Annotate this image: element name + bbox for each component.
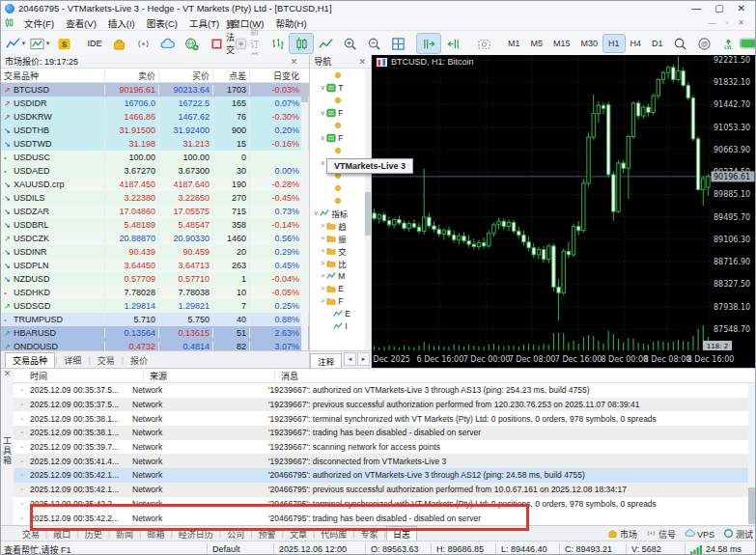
market-watch-row-USDILS[interactable]: ↘USDILS3.223803.22650270-0.45%	[1, 191, 309, 205]
market-watch-scrollbar[interactable]	[301, 82, 308, 350]
child-restore-button[interactable]: ▫	[725, 18, 728, 27]
market-watch-row-USDBRL[interactable]: ↘USDBRL5.481895.48547358-0.14%	[1, 218, 309, 232]
new-order-button[interactable]: 新订单	[235, 34, 258, 53]
market-watch-col-spread[interactable]: 点差	[213, 69, 250, 82]
market-button[interactable]	[107, 34, 130, 53]
market-watch-row-USDSGD[interactable]: ↗USDSGD1.298141.2982170.25%	[1, 299, 309, 313]
tree-expander-icon[interactable]: >	[319, 222, 326, 229]
navigator-item-E[interactable]: >E	[310, 282, 371, 294]
symbol-search-button[interactable]	[669, 34, 692, 53]
web-terminal-button[interactable]	[180, 34, 203, 53]
chart-window[interactable]: BTCUSD, H1: Bitcoin 92221.5091832.109144…	[372, 55, 755, 368]
journal-row[interactable]: ▪2025.12.09 00:35:39.7...Network'1923966…	[14, 440, 755, 455]
market-watch-tab-trading[interactable]: 交易	[91, 353, 122, 368]
status-link-tester[interactable]: 测试	[723, 528, 753, 541]
deposit-button[interactable]: $	[52, 34, 75, 53]
minimize-button[interactable]: —	[691, 3, 701, 14]
tree-expander-icon[interactable]: >	[319, 235, 326, 241]
maximize-button[interactable]: ▢	[714, 3, 723, 14]
menu-item-insert[interactable]: 插入(I)	[102, 16, 141, 30]
market-watch-col-daily-change[interactable]: 日变化	[250, 69, 302, 82]
journal-row[interactable]: ▪2025.12.09 00:35:42.2...Network'2046679…	[14, 497, 755, 512]
navigator-item-account-4[interactable]	[310, 119, 371, 131]
navigator-item-交[interactable]: >交	[310, 244, 371, 257]
toolbox-tab-articles[interactable]: 文章	[284, 527, 313, 541]
menu-item-tools[interactable]: 工具(T)	[183, 16, 225, 30]
candle-chart-mode-button[interactable]	[290, 34, 313, 53]
profiles-button-caret-icon[interactable]: ▾	[46, 40, 50, 47]
chart-shift-button[interactable]	[441, 34, 464, 53]
market-watch-row-USDTHB[interactable]: ↘USDTHB31.9150031.924009000.20%	[1, 124, 309, 137]
navigator-item-F[interactable]: ∨F	[310, 131, 371, 144]
menu-item-view[interactable]: 查看(V)	[60, 16, 102, 30]
toolbox-tab-trade[interactable]: 交易	[16, 527, 45, 541]
market-watch-row-HBARUSD[interactable]: ↗HBARUSD0.135640.13615512.63%	[1, 326, 309, 340]
journal-row[interactable]: ▪2025.12.09 00:35:37.5...Network'1923966…	[14, 383, 755, 398]
toolbox-tab-calendar[interactable]: 经济日历	[173, 527, 219, 541]
toolbox-tab-mailbox[interactable]: 邮箱	[141, 527, 170, 541]
market-watch-row-USDINR[interactable]: ↘USDINR90.43990.459200.29%	[1, 245, 309, 259]
market-watch-row-USDUSC[interactable]: •USDUSC100.00100.000	[1, 151, 309, 164]
metaeditor-ide-button[interactable]: IDE	[83, 34, 106, 53]
toolbox-tab-company[interactable]: 公司	[221, 527, 250, 541]
market-watch-row-USDIDR[interactable]: ↗USDIDR16706.016722.51650.07%	[1, 97, 309, 110]
journal-row[interactable]: ▪2025.12.09 00:35:38.1...Network'1923966…	[14, 426, 755, 440]
navigator-item-M[interactable]: >M	[310, 269, 371, 282]
menu-item-file[interactable]: 文件(F)	[18, 16, 60, 30]
new-chart-button-caret-icon[interactable]: ▾	[22, 40, 26, 47]
menu-item-help[interactable]: 帮助(H)	[269, 16, 312, 30]
market-watch-row-USDPLN[interactable]: ↘USDPLN3.644503.647132630.45%	[1, 259, 309, 272]
navigator-item-account-0[interactable]	[310, 69, 371, 81]
journal-row[interactable]: ▪2025.12.09 00:35:38.1...Network'1923966…	[14, 411, 755, 426]
market-watch-row-XAUUSD.crp[interactable]: ↘XAUUSD.crp4187.4504187.640190-0.28%	[1, 178, 309, 191]
tree-expander-icon[interactable]: ∨	[312, 209, 320, 217]
market-watch-row-USDAED[interactable]: •USDAED3.672703.67300300.00%	[1, 164, 309, 178]
journal-row[interactable]: ▪2025.12.09 00:35:37.5...Network'1923966…	[14, 398, 755, 412]
market-watch-row-BTCUSD[interactable]: ↗BTCUSD90196.6190213.641703-0.03%	[1, 83, 309, 97]
market-watch-row-USDTWD[interactable]: ↘USDTWD31.19831.21315-0.16%	[1, 137, 309, 151]
market-watch-row-USDZAR[interactable]: ↘USDZAR17.0486017.055757150.73%	[1, 205, 309, 218]
market-watch-row-NZDUSD[interactable]: ↘NZDUSD0.577090.577101-0.04%	[1, 272, 309, 286]
tree-expander-icon[interactable]: >	[319, 247, 326, 254]
tile-windows-button[interactable]	[386, 34, 409, 53]
market-watch-col-symbol[interactable]: 交易品种	[1, 69, 105, 82]
market-watch-col-bid[interactable]: 卖价	[105, 69, 159, 82]
status-link-vps[interactable]: VPS	[685, 528, 714, 540]
bar-chart-mode-button[interactable]	[266, 34, 289, 53]
toolbox-tab-experts[interactable]: 专家	[355, 527, 384, 541]
journal-row[interactable]: ▪2025.12.09 00:35:42.1...Network'2046679…	[14, 468, 755, 483]
market-watch-row-USDCZK[interactable]: ↗USDCZK20.8887020.9033014600.56%	[1, 232, 309, 245]
navigator-item-account-2[interactable]	[310, 94, 371, 106]
status-link-signals[interactable]: 信号	[646, 528, 676, 541]
market-watch-tab-ticks[interactable]: 报价	[124, 353, 154, 368]
navigator-item-T[interactable]: ∨T	[310, 81, 371, 94]
menu-item-charts[interactable]: 图表(C)	[141, 16, 183, 30]
market-watch-row-TRUMPUSD[interactable]: •TRUMPUSD5.7105.750400.88%	[1, 313, 309, 326]
navigator-item-比[interactable]: >比	[310, 257, 371, 269]
tree-expander-icon[interactable]: >	[319, 272, 326, 279]
navigator-item-趋[interactable]: >趋	[310, 219, 371, 232]
navigator-item-E[interactable]: E	[310, 307, 371, 319]
nav-tab-scroll-right-icon[interactable]: ▸	[357, 352, 370, 366]
navigator-item-F[interactable]: >F	[310, 294, 371, 307]
nav-tab-scroll-left-icon[interactable]: ◂	[344, 352, 356, 366]
status-link-market[interactable]: 市场	[607, 528, 637, 541]
toolbox-tab-history[interactable]: 历史	[79, 527, 108, 541]
toolbox-tab-codebase[interactable]: 代码库	[315, 527, 352, 541]
algo-trading-button[interactable]: 算法交易	[210, 34, 234, 53]
navigator-item-account-9[interactable]	[310, 181, 371, 194]
navigator-item-account-10[interactable]	[310, 194, 371, 207]
timeframe-h1-button[interactable]: H1	[603, 35, 625, 52]
toolbox-tab-exposure[interactable]: 敞口	[47, 527, 76, 541]
new-chart-button[interactable]: ▾	[4, 34, 27, 53]
navigator-tab-notes[interactable]: 注释	[310, 353, 342, 368]
profiles-button[interactable]: ▾	[28, 34, 51, 53]
tree-expander-icon[interactable]: ∨	[319, 84, 326, 92]
close-button[interactable]: ✕	[738, 3, 745, 14]
toolbox-tab-news[interactable]: 新闻	[110, 527, 139, 541]
toolbox-close-icon[interactable]: ✕	[1, 369, 14, 378]
journal-row[interactable]: ▪2025.12.09 00:35:41.4...Network'1923966…	[14, 454, 755, 468]
navigator-close-icon[interactable]: ✕	[358, 57, 367, 67]
market-watch-row-USDKRW[interactable]: ↗USDKRW1466.861467.6276-0.30%	[1, 110, 309, 124]
market-watch-row-USDHKD[interactable]: •USDHKD7.780287.7803810-0.05%	[1, 286, 309, 299]
